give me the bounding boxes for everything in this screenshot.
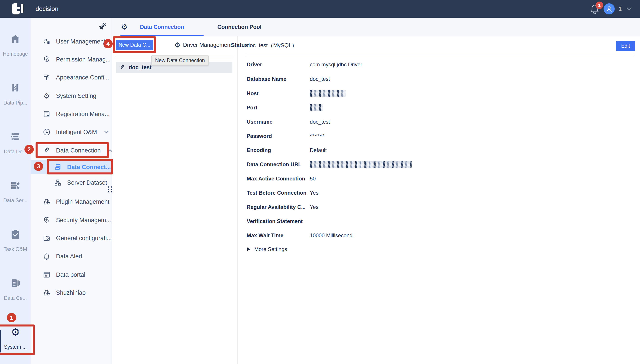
more-settings-label: More Settings [254, 246, 287, 252]
field-value: 10000 Millisecond [310, 232, 352, 238]
menu-item-data-portal[interactable]: Data portal [31, 270, 112, 280]
menu-item-label: Data Connection [56, 147, 101, 154]
field-value: doc_test [310, 76, 330, 82]
shield-plus-icon [43, 216, 50, 224]
menu-item-permission-management[interactable]: Permission Manag... [31, 54, 112, 65]
chevron-down-icon [104, 130, 109, 134]
task-om-icon [11, 228, 20, 240]
paperclip-icon [43, 147, 50, 154]
rail-item-label: Homepage [3, 51, 28, 57]
field-row-max-active-connection: Max Active Connection 50 [247, 175, 316, 182]
menu-item-label: Registration Mana... [56, 111, 110, 118]
module-rail: Homepage Data Pip... Data [0, 18, 31, 364]
edit-button-label: Edit [621, 43, 630, 49]
redacted-port-value [310, 104, 323, 111]
menu-item-appearance-configuration[interactable]: Appearance Confi... [31, 72, 112, 83]
system-gear-icon: ⚙ [11, 326, 20, 338]
expand-triangle-icon [247, 248, 250, 251]
top-bar: decision 1 1 [0, 0, 640, 18]
redacted-host-value [310, 90, 346, 97]
field-value: com.mysql.jdbc.Driver [310, 62, 362, 68]
menu-item-general-configuration[interactable]: General configurati... [31, 233, 112, 244]
menu-item-security-management[interactable]: Security Managem... [31, 215, 112, 226]
field-label: Max Active Connection [247, 176, 310, 182]
field-row-max-wait-time: Max Wait Time 10000 Millisecond [247, 232, 352, 239]
menu-item-label: Intelligent O&M [56, 129, 97, 136]
edit-button[interactable]: Edit [616, 41, 635, 51]
rail-item-data-pipeline[interactable]: Data Pip... [0, 76, 31, 113]
tab-data-connection[interactable]: Data Connection [120, 18, 203, 36]
fanruan-logo-icon [12, 3, 24, 15]
field-value: 50 [310, 176, 316, 182]
new-data-connection-button-label: New Data C... [118, 42, 150, 48]
new-data-connection-button[interactable]: New Data C... [116, 40, 153, 50]
topbar-actions: 1 1 [590, 0, 632, 18]
unpin-icon[interactable] [99, 22, 107, 30]
field-label: Password [247, 133, 310, 139]
menu-item-data-alert[interactable]: Data Alert [31, 251, 112, 262]
user-icon [43, 38, 50, 45]
menu-item-label: Shuzhiniao [56, 290, 86, 296]
menu-item-label: Security Managem... [56, 217, 111, 224]
user-menu-chevron-icon[interactable] [626, 7, 632, 11]
menu-item-label: Appearance Confi... [56, 74, 109, 81]
field-row-driver: Driver com.mysql.jdbc.Driver [247, 61, 362, 68]
notification-bell-button[interactable]: 1 [590, 3, 599, 14]
menu-item-label: Plugin Management [56, 198, 109, 205]
field-label: Driver [247, 62, 310, 68]
menu-item-registration-management[interactable]: Registration Mana... [31, 109, 112, 120]
menu-item-label: Data Alert [56, 253, 82, 260]
link-icon [119, 64, 125, 70]
content-tab-bar: ⚙ Data Connection Connection Pool Status [112, 18, 640, 36]
shield-key-icon [43, 56, 50, 63]
registration-doc-icon [43, 110, 50, 118]
app-title: decision [36, 0, 59, 18]
connection-detail-title: doc_test（MySQL） [247, 42, 297, 49]
menu-item-user-management[interactable]: User Management [31, 36, 112, 47]
menu-item-label: Data Connect... [67, 164, 111, 171]
rail-item-label: Data De... [4, 149, 27, 155]
new-data-connection-tooltip: New Data Connection [151, 56, 209, 66]
menu-item-system-setting[interactable]: ⚙ System Setting [31, 90, 112, 101]
portal-window-icon [43, 271, 50, 278]
rail-item-system-management[interactable]: ⚙ System ... [0, 320, 31, 357]
menu-item-shuzhiniao[interactable]: Shuzhiniao [31, 288, 112, 298]
panel-resize-handle[interactable] [108, 186, 113, 195]
rail-item-homepage[interactable]: Homepage [0, 27, 31, 64]
menu-item-plugin-management[interactable]: Plugin Management [31, 196, 112, 207]
field-label: Max Wait Time [247, 232, 310, 238]
field-label: Data Connection URL [247, 161, 310, 168]
data-pipeline-icon [11, 82, 20, 94]
field-label: Verification Statement [247, 218, 310, 224]
avatar[interactable] [603, 3, 615, 14]
dataset-tree-icon [54, 179, 61, 186]
gear-icon: ⚙ [43, 92, 50, 100]
puzzle-icon [43, 198, 50, 205]
rail-item-task-om[interactable]: Task O&M [0, 222, 31, 260]
field-label: Test Before Connection [247, 190, 310, 196]
rail-item-data-development[interactable]: Data De... [0, 124, 31, 162]
tab-connection-pool-status[interactable]: Connection Pool Status [209, 18, 270, 36]
menu-item-data-connection[interactable]: Data Connection [31, 145, 112, 156]
redacted-url-value [310, 161, 411, 168]
more-settings-toggle[interactable]: More Settings [247, 246, 287, 253]
field-row-verification-statement: Verification Statement [247, 218, 310, 225]
rail-item-data-service[interactable]: Data Ser... [0, 173, 31, 211]
driver-management-button[interactable]: ⚙ Driver Management [174, 40, 232, 50]
menu-item-intelligent-om[interactable]: Intelligent O&M [31, 127, 112, 138]
data-service-icon [10, 180, 21, 191]
menu-item-label: Data portal [56, 272, 85, 278]
menu-item-label: General configurati... [56, 235, 112, 242]
rail-item-data-center[interactable]: Data Ce... [0, 271, 31, 308]
menu-item-server-dataset[interactable]: Server Dataset [31, 177, 112, 188]
home-icon [10, 33, 21, 45]
user-label: 1 [619, 6, 622, 12]
app-window: decision 1 1 [0, 0, 640, 364]
menu-item-label: Permission Manag... [56, 56, 111, 63]
chevron-up-icon [107, 148, 113, 152]
notification-badge: 1 [595, 2, 603, 9]
menu-item-label: User Management [56, 38, 105, 45]
menu-item-data-connection-sub[interactable]: Data Connect... [31, 160, 112, 174]
rail-item-label: Task O&M [4, 246, 27, 252]
rail-item-label: Data Ce... [4, 295, 27, 301]
